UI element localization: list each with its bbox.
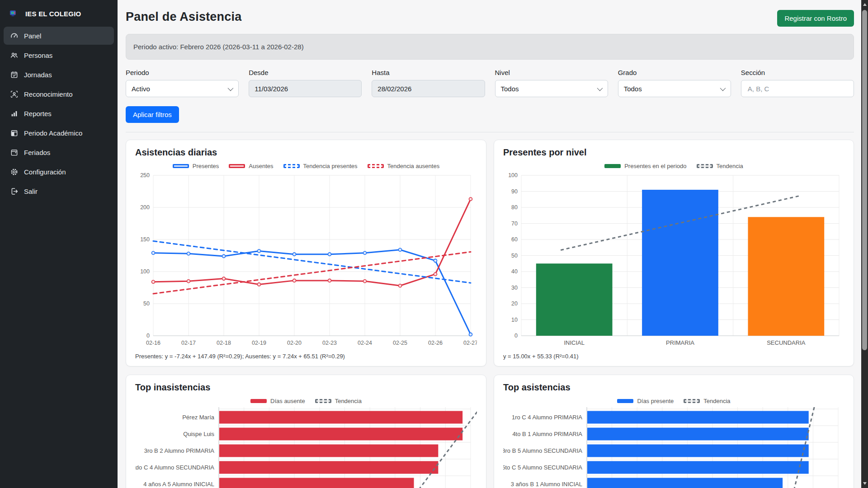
grado-select[interactable]: Todos — [618, 80, 731, 97]
svg-text:02-16: 02-16 — [146, 340, 160, 346]
sidebar: IES EL COLEGIO PanelPersonasJornadasReco… — [0, 0, 118, 488]
svg-text:02-24: 02-24 — [358, 340, 372, 346]
svg-text:100: 100 — [508, 172, 518, 178]
brand: IES EL COLEGIO — [0, 5, 118, 25]
legend-swatch — [229, 164, 245, 168]
legend-swatch — [684, 399, 700, 403]
face-id-icon — [10, 90, 18, 98]
svg-text:02-19: 02-19 — [252, 340, 266, 346]
svg-text:INICIAL: INICIAL — [564, 339, 585, 346]
sidebar-item-salir[interactable]: Salir — [4, 182, 114, 200]
chart-legend: Presentes en el periodoTendencia — [503, 161, 844, 170]
legend-swatch — [250, 399, 267, 403]
svg-text:Pérez María: Pérez María — [182, 414, 215, 421]
calendar-check-icon — [10, 70, 18, 79]
logout-icon — [10, 187, 18, 195]
gear-icon — [10, 168, 18, 176]
desde-date-input[interactable]: 11/03/2026 — [249, 80, 362, 97]
legend-swatch — [617, 399, 633, 403]
sidebar-item-feriados[interactable]: Feriados — [4, 143, 114, 161]
grado-label: Grado — [618, 69, 731, 76]
sidebar-nav: PanelPersonasJornadasReconocimientoRepor… — [0, 27, 118, 200]
bar-chart-icon — [10, 109, 18, 117]
legend-swatch — [315, 399, 331, 403]
scroll-up-arrow[interactable] — [861, 1, 868, 8]
svg-text:4to B 1 Alumno PRIMARIA: 4to B 1 Alumno PRIMARIA — [512, 431, 582, 437]
scroll-down-arrow[interactable] — [861, 480, 868, 487]
calendar-icon — [10, 148, 18, 156]
sidebar-item-jornadas[interactable]: Jornadas — [4, 66, 114, 84]
periodo-select[interactable]: Activo — [126, 80, 239, 97]
svg-text:3ro B 5 Alumno SECUNDARIA: 3ro B 5 Alumno SECUNDARIA — [503, 447, 582, 454]
line-chart: 02-1602-1702-1802-1902-2002-2302-2402-25… — [135, 172, 477, 349]
register-face-button[interactable]: Registrar con Rostro — [777, 10, 854, 27]
divider — [126, 132, 854, 132]
svg-text:2do C 4 Alumno SECUNDARIA: 2do C 4 Alumno SECUNDARIA — [135, 464, 214, 471]
legend-item: Tendencia ausentes — [368, 163, 440, 169]
chart-title: Asistencias diarias — [135, 147, 477, 158]
svg-text:100: 100 — [140, 268, 150, 275]
speedometer-icon — [10, 32, 18, 40]
page-title: Panel de Asistencia — [126, 10, 241, 24]
legend-item: Días ausente — [250, 398, 305, 404]
charts-grid: Asistencias diarias PresentesAusentesTen… — [126, 140, 854, 488]
svg-text:60: 60 — [511, 236, 518, 243]
app-window: IES EL COLEGIO PanelPersonasJornadasReco… — [0, 0, 868, 488]
legend-item: Presentes — [173, 163, 219, 169]
svg-text:20: 20 — [511, 300, 518, 307]
svg-text:Quispe Luis: Quispe Luis — [183, 431, 214, 437]
seccion-input[interactable] — [747, 84, 848, 93]
sidebar-item-panel[interactable]: Panel — [4, 27, 114, 45]
sidebar-item-periodo-academico[interactable]: Periodo Académico — [4, 124, 114, 142]
filter-desde: Desde 11/03/2026 — [249, 69, 362, 97]
svg-text:SECUNDARIA: SECUNDARIA — [767, 339, 806, 346]
nivel-select[interactable]: Todos — [495, 80, 608, 97]
hasta-date-input[interactable]: 28/02/2026 — [372, 80, 485, 97]
svg-text:150: 150 — [140, 236, 150, 243]
svg-text:70: 70 — [511, 221, 518, 227]
brand-name: IES EL COLEGIO — [25, 10, 81, 18]
filter-hasta: Hasta 28/02/2026 — [372, 69, 485, 97]
chart-title: Top inasistencias — [135, 382, 477, 393]
legend-item: Tendencia presentes — [283, 163, 358, 169]
sidebar-item-configuracion[interactable]: Configuración — [4, 163, 114, 181]
sidebar-item-reconocimiento[interactable]: Reconocimiento — [4, 85, 114, 103]
legend-swatch — [173, 164, 189, 168]
legend-swatch — [368, 164, 384, 168]
svg-text:4 años A 5 Alumno INICIAL: 4 años A 5 Alumno INICIAL — [143, 481, 214, 488]
svg-text:250: 250 — [140, 172, 150, 178]
scrollbar[interactable] — [861, 0, 868, 488]
svg-text:02-25: 02-25 — [393, 340, 407, 346]
chart-legend: Días ausenteTendencia — [135, 396, 477, 405]
svg-text:02-26: 02-26 — [428, 340, 443, 346]
chart-footnote: Presentes: y = -7.24x + 147.49 (R²=0.29)… — [135, 353, 477, 360]
nivel-label: Nivel — [495, 69, 608, 76]
sidebar-item-reportes[interactable]: Reportes — [4, 104, 114, 122]
svg-text:02-18: 02-18 — [217, 340, 231, 346]
svg-text:40: 40 — [511, 268, 518, 275]
legend-item: Presentes en el periodo — [604, 163, 686, 169]
svg-text:PRIMARIA: PRIMARIA — [666, 339, 694, 346]
card-top-inasistencias: Top inasistencias Días ausenteTendencia … — [126, 375, 486, 488]
svg-text:02-27: 02-27 — [463, 340, 477, 346]
card-presentes-por-nivel: Presentes por nivel Presentes en el peri… — [494, 140, 854, 366]
periodo-label: Periodo — [126, 69, 239, 76]
svg-text:50: 50 — [143, 300, 150, 307]
svg-text:02-17: 02-17 — [181, 340, 196, 346]
apply-filters-button[interactable]: Aplicar filtros — [126, 106, 179, 123]
svg-text:90: 90 — [511, 188, 518, 195]
svg-text:5to C 5 Alumno SECUNDARIA: 5to C 5 Alumno SECUNDARIA — [503, 464, 582, 471]
chart-title: Top asistencias — [503, 382, 844, 393]
people-icon — [10, 51, 18, 59]
svg-text:3 años B 1 Alumno INICIAL: 3 años B 1 Alumno INICIAL — [511, 481, 582, 488]
legend-item: Tendencia — [684, 398, 730, 404]
sidebar-item-personas[interactable]: Personas — [4, 46, 114, 64]
chart-legend: PresentesAusentesTendencia presentesTend… — [135, 161, 477, 170]
scrollbar-thumb[interactable] — [862, 10, 867, 350]
filter-seccion: Sección — [741, 69, 854, 97]
card-asistencias-diarias: Asistencias diarias PresentesAusentesTen… — [126, 140, 486, 366]
legend-swatch — [697, 164, 713, 168]
svg-text:200: 200 — [140, 204, 150, 211]
horizontal-bar-chart: 1ro C 4 Alumno PRIMARIA4to B 1 Alumno PR… — [503, 407, 844, 488]
filter-bar: Periodo Activo Desde 11/03/2026 Hasta 28… — [126, 69, 854, 97]
